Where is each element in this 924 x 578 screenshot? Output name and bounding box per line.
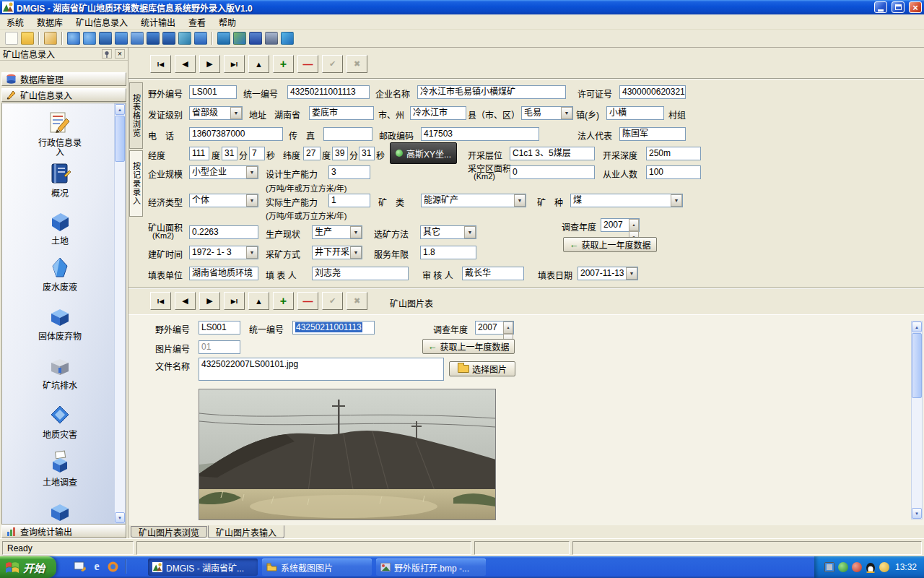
import-icon[interactable] — [83, 32, 96, 45]
nav-prior-button[interactable]: ◀ — [175, 292, 196, 310]
new-icon[interactable] — [5, 32, 18, 45]
auditor-input[interactable]: 戴长华 — [462, 267, 524, 280]
exit-icon[interactable] — [281, 32, 294, 45]
latitude-sec-input[interactable]: 31 — [359, 147, 375, 160]
display-tray-icon[interactable] — [824, 562, 834, 572]
tab-table-browse[interactable]: 按表格浏览 — [129, 82, 143, 149]
nav-post-button[interactable]: ✔ — [322, 292, 343, 310]
nav-first-button[interactable]: I◀ — [150, 55, 171, 73]
pic-unified-no-input[interactable]: 43250211001113 — [292, 321, 375, 335]
mine-area-input[interactable]: 0.2263 — [189, 225, 258, 239]
nav-delete-button[interactable]: — — [297, 292, 318, 310]
field-no-input[interactable]: LS001 — [189, 85, 237, 99]
antivirus-tray-icon[interactable] — [838, 562, 848, 572]
mining-method-combo[interactable]: 井下开采 — [312, 246, 362, 259]
scroll-down-icon[interactable] — [115, 512, 125, 523]
nav-next-button[interactable]: ▶ — [199, 55, 220, 73]
license-level-combo[interactable]: 省部级 — [189, 106, 243, 120]
nav-post-button[interactable]: ✔ — [322, 55, 343, 73]
address-village-input[interactable]: 小横 — [606, 106, 664, 120]
sidebar-item-solid-waste[interactable]: 固体废弃物 — [9, 304, 110, 342]
export-icon[interactable] — [99, 32, 112, 45]
mining-depth-input[interactable]: 250m — [646, 147, 701, 160]
tab-record-entry[interactable]: 按记录录入 — [129, 150, 143, 217]
nav-up-button[interactable]: ▲ — [248, 292, 269, 310]
sidebar-scrollbar[interactable] — [114, 103, 126, 524]
address-county-input[interactable]: 冷水江市 — [410, 106, 466, 120]
nav-cancel-button[interactable]: ✖ — [346, 292, 367, 310]
print-icon[interactable] — [265, 32, 278, 45]
close-panel-icon[interactable] — [115, 49, 125, 59]
dropdown-arrow-icon[interactable] — [246, 246, 258, 259]
actual-capacity-input[interactable]: 1 — [328, 194, 370, 207]
scroll-down-icon[interactable] — [912, 508, 922, 519]
sidebar-item-land-survey[interactable]: 土地调查 — [9, 450, 110, 488]
pic-field-no-input[interactable]: LS001 — [199, 321, 240, 335]
pin-icon[interactable] — [102, 49, 112, 59]
edit-icon[interactable] — [44, 32, 57, 45]
tab-picture-browse[interactable]: 矿山图片表浏览 — [131, 526, 207, 538]
nav-delete-button[interactable]: — — [297, 55, 318, 73]
address-city-input[interactable]: 娄底市 — [309, 106, 374, 120]
longitude-sec-input[interactable]: 7 — [249, 147, 265, 160]
minimize-button[interactable] — [874, 1, 887, 13]
sidebar-item-admin-info-entry[interactable]: 行政信息录入 — [9, 111, 110, 158]
ruler-icon[interactable] — [178, 32, 191, 45]
sidebar-item-partial[interactable] — [9, 499, 110, 525]
refresh-icon[interactable] — [67, 32, 80, 45]
menu-item-stats-output[interactable]: 统计输出 — [134, 14, 182, 30]
nav-up-button[interactable]: ▲ — [248, 55, 269, 73]
latitude-min-input[interactable]: 39 — [332, 147, 348, 160]
dropdown-arrow-icon[interactable] — [230, 107, 242, 119]
fill-person-input[interactable]: 刘志尧 — [312, 267, 409, 280]
dropdown-arrow-icon[interactable] — [464, 226, 476, 238]
dropdown-arrow-icon[interactable] — [246, 194, 258, 207]
production-status-combo[interactable]: 生产 — [312, 225, 362, 239]
service-years-input[interactable]: 1.8 — [420, 246, 476, 259]
postal-code-input[interactable]: 417503 — [421, 127, 539, 141]
dropdown-arrow-icon[interactable] — [350, 226, 362, 238]
database-icon[interactable] — [115, 32, 128, 45]
scrollbar-thumb[interactable] — [115, 116, 125, 162]
sidebar-item-wastewater[interactable]: 废水废液 — [9, 255, 110, 293]
license-no-input[interactable]: 4300000620321 — [619, 85, 686, 99]
scroll-up-icon[interactable] — [912, 322, 922, 332]
menu-item-database[interactable]: 数据库 — [30, 14, 69, 30]
chart-icon[interactable] — [217, 32, 230, 45]
nav-cancel-button[interactable]: ✖ — [346, 55, 367, 73]
pic-survey-year-spinner[interactable]: 2007 — [475, 321, 514, 335]
nav-prior-button[interactable]: ◀ — [175, 55, 196, 73]
layers-icon[interactable] — [249, 32, 262, 45]
down-icon[interactable] — [162, 32, 175, 45]
dropdown-arrow-icon[interactable] — [626, 267, 637, 280]
nav-last-button[interactable]: ▶I — [224, 55, 245, 73]
fill-date-combo[interactable]: 2007-11-13 — [578, 267, 638, 280]
maximize-button[interactable] — [892, 1, 905, 13]
sidebar-item-mine-drainage[interactable]: 矿坑排水 — [9, 353, 110, 391]
sidebar-group-mine-info-entry[interactable]: 矿山信息录入 — [1, 88, 126, 102]
start-button[interactable]: 开始 — [0, 556, 56, 578]
spin-up-icon[interactable] — [629, 219, 639, 231]
dropdown-arrow-icon[interactable] — [514, 194, 526, 207]
pic-no-input[interactable]: 01 — [199, 340, 240, 354]
internet-explorer-icon[interactable] — [90, 559, 103, 574]
choose-picture-button[interactable]: 选择图片 — [449, 361, 515, 376]
open-icon[interactable] — [21, 32, 34, 45]
phone-input[interactable]: 13607387000 — [189, 127, 283, 141]
file-name-input[interactable]: 4325022007LS00101.jpg — [199, 358, 444, 381]
sidebar-item-overview[interactable]: 概况 — [9, 161, 110, 199]
spin-up-icon[interactable] — [503, 322, 513, 334]
picture-panel-scrollbar[interactable] — [911, 321, 923, 519]
sidebar-group-database-management[interactable]: 数据库管理 — [1, 72, 126, 86]
gauss-xy-button[interactable]: 高斯XY坐... — [390, 142, 457, 164]
longitude-deg-input[interactable]: 111 — [189, 147, 209, 160]
sidebar-item-land[interactable]: 土地 — [9, 209, 110, 246]
scroll-up-icon[interactable] — [115, 104, 125, 115]
mine-class-combo[interactable]: 能源矿产 — [421, 194, 526, 207]
sidebar-item-geo-hazard[interactable]: 地质灾害 — [9, 402, 110, 440]
nav-insert-button[interactable]: + — [273, 292, 294, 310]
menu-item-view[interactable]: 查看 — [182, 14, 212, 30]
dropdown-arrow-icon[interactable] — [350, 246, 362, 259]
unified-no-input[interactable]: 43250211001113 — [287, 85, 370, 99]
address-town-combo[interactable]: 毛易 — [521, 106, 573, 120]
